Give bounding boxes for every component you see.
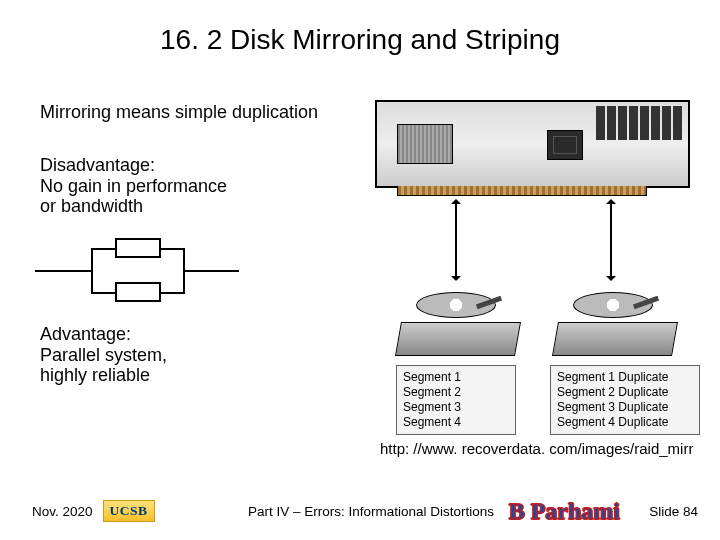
intel-chip-icon — [547, 130, 583, 160]
footer-part: Part IV – Errors: Informational Distorti… — [248, 504, 494, 519]
advantage-block: Advantage: Parallel system, highly relia… — [40, 324, 167, 386]
segment-row: Segment 2 Duplicate — [557, 385, 693, 400]
segment-row: Segment 3 — [403, 400, 509, 415]
disadvantage-block: Disadvantage: No gain in performance or … — [40, 155, 227, 217]
segment-row: Segment 4 — [403, 415, 509, 430]
arrow-card-to-disk1 — [455, 200, 457, 280]
disadvantage-line2: or bandwidth — [40, 196, 227, 217]
footer-author: B Parhami — [509, 498, 620, 525]
segment-row: Segment 2 — [403, 385, 509, 400]
segments-duplicate: Segment 1 Duplicate Segment 2 Duplicate … — [550, 365, 700, 435]
raid-controller-card — [375, 100, 690, 188]
advantage-line1: Parallel system, — [40, 345, 167, 366]
segment-row: Segment 1 Duplicate — [557, 370, 693, 385]
advantage-heading: Advantage: — [40, 324, 167, 345]
segment-row: Segment 1 — [403, 370, 509, 385]
image-source-url: http: //www. recoverdata. com/images/rai… — [380, 440, 693, 457]
disk-drive-2 — [555, 286, 675, 356]
footer-slide-number: Slide 84 — [649, 504, 698, 519]
segments-original: Segment 1 Segment 2 Segment 3 Segment 4 — [396, 365, 516, 435]
arrow-card-to-disk2 — [610, 200, 612, 280]
segment-row: Segment 3 Duplicate — [557, 400, 693, 415]
disk-drive-1 — [398, 286, 518, 356]
segment-row: Segment 4 Duplicate — [557, 415, 693, 430]
slide-title: 16. 2 Disk Mirroring and Striping — [0, 24, 720, 56]
mirroring-definition: Mirroring means simple duplication — [40, 102, 318, 123]
slide-footer: Nov. 2020 UCSB Part IV – Errors: Informa… — [0, 500, 720, 522]
ucsb-logo: UCSB — [103, 500, 155, 522]
parallel-block-diagram — [35, 236, 235, 306]
advantage-line2: highly reliable — [40, 365, 167, 386]
disadvantage-line1: No gain in performance — [40, 176, 227, 197]
footer-date: Nov. 2020 — [32, 504, 93, 519]
disadvantage-heading: Disadvantage: — [40, 155, 227, 176]
